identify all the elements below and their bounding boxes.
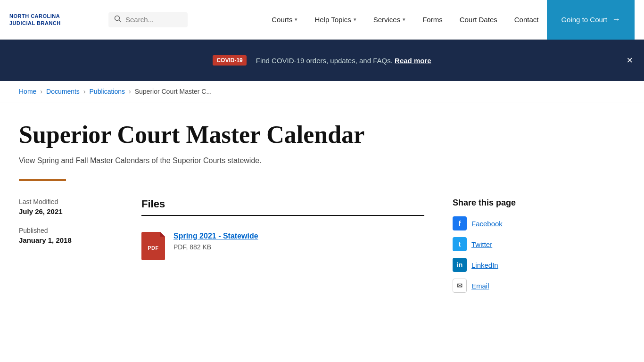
files-heading: Files bbox=[141, 198, 424, 216]
share-facebook[interactable]: f Facebook bbox=[453, 216, 547, 230]
site-header: NORTH CAROLINA JUDICIAL BRANCH Courts ▾ … bbox=[0, 0, 644, 40]
nav-court-dates[interactable]: Court Dates bbox=[451, 0, 506, 40]
going-to-court-button[interactable]: Going to Court → bbox=[547, 0, 635, 40]
last-modified-label: Last Modified bbox=[19, 198, 113, 206]
last-modified-value: July 26, 2021 bbox=[19, 207, 113, 215]
twitter-icon: t bbox=[453, 237, 467, 251]
facebook-icon-char: f bbox=[459, 220, 461, 227]
page-subtitle: View Spring and Fall Master Calendars of… bbox=[19, 156, 547, 165]
breadcrumb-home[interactable]: Home bbox=[19, 88, 36, 95]
search-icon bbox=[114, 15, 122, 25]
linkedin-icon: in bbox=[453, 258, 467, 272]
svg-line-1 bbox=[119, 20, 121, 22]
linkedin-label: LinkedIn bbox=[471, 261, 498, 269]
breadcrumb-sep-2: › bbox=[83, 88, 86, 95]
facebook-icon: f bbox=[453, 216, 467, 230]
linkedin-icon-char: in bbox=[457, 261, 462, 269]
logo-text: NORTH CAROLINA JUDICIAL BRANCH bbox=[9, 13, 61, 26]
nav-services[interactable]: Services ▾ bbox=[365, 0, 414, 40]
pdf-icon-text: PDF bbox=[148, 245, 159, 251]
breadcrumb-sep-1: › bbox=[40, 88, 42, 95]
nav-contact[interactable]: Contact bbox=[506, 0, 547, 40]
email-icon: ✉ bbox=[453, 279, 467, 293]
decorative-divider bbox=[19, 179, 66, 181]
file-link[interactable]: Spring 2021 - Statewide bbox=[173, 232, 258, 240]
main-content: Superior Court Master Calendar View Spri… bbox=[0, 102, 566, 328]
share-linkedin[interactable]: in LinkedIn bbox=[453, 258, 547, 272]
breadcrumb-current: Superior Court Master C... bbox=[135, 88, 212, 95]
content-area: Last Modified July 26, 2021 Published Ja… bbox=[19, 198, 547, 299]
breadcrumb: Home › Documents › Publications › Superi… bbox=[0, 81, 644, 102]
file-info: Spring 2021 - Statewide PDF, 882 KB bbox=[173, 232, 258, 251]
share-twitter[interactable]: t Twitter bbox=[453, 237, 547, 251]
twitter-icon-char: t bbox=[459, 240, 461, 248]
page-title: Superior Court Master Calendar bbox=[19, 121, 547, 148]
file-meta: PDF, 882 KB bbox=[173, 243, 258, 251]
breadcrumb-publications[interactable]: Publications bbox=[90, 88, 125, 95]
breadcrumb-sep-3: › bbox=[129, 88, 131, 95]
covid-badge: COVID-19 bbox=[213, 55, 246, 66]
share-email[interactable]: ✉ Email bbox=[453, 279, 547, 293]
cta-label: Going to Court bbox=[561, 16, 607, 24]
email-label: Email bbox=[471, 282, 489, 290]
breadcrumb-documents[interactable]: Documents bbox=[46, 88, 80, 95]
cta-arrow: → bbox=[612, 15, 620, 25]
twitter-label: Twitter bbox=[471, 240, 492, 248]
email-icon-char: ✉ bbox=[457, 282, 462, 289]
covid-text: Find COVID-19 orders, updates, and FAQs.… bbox=[256, 57, 431, 65]
share-title: Share this page bbox=[453, 198, 547, 208]
logo[interactable]: NORTH CAROLINA JUDICIAL BRANCH bbox=[9, 13, 104, 26]
published-value: January 1, 2018 bbox=[19, 236, 113, 244]
facebook-label: Facebook bbox=[471, 220, 503, 228]
services-chevron: ▾ bbox=[403, 16, 405, 23]
covid-read-more-link[interactable]: Read more bbox=[395, 57, 431, 65]
file-item: PDF Spring 2021 - Statewide PDF, 882 KB bbox=[141, 227, 424, 265]
nav-courts[interactable]: Courts ▾ bbox=[263, 0, 306, 40]
main-nav: Courts ▾ Help Topics ▾ Services ▾ Forms … bbox=[263, 0, 547, 40]
close-banner-button[interactable]: × bbox=[627, 55, 633, 66]
nav-help-topics[interactable]: Help Topics ▾ bbox=[306, 0, 364, 40]
covid-banner: COVID-19 Find COVID-19 orders, updates, … bbox=[0, 40, 644, 81]
meta-sidebar: Last Modified July 26, 2021 Published Ja… bbox=[19, 198, 113, 299]
share-section: Share this page f Facebook t Twitter in … bbox=[453, 198, 547, 299]
courts-chevron: ▾ bbox=[295, 16, 297, 23]
help-topics-chevron: ▾ bbox=[354, 16, 356, 23]
search-area[interactable] bbox=[108, 12, 188, 27]
published-label: Published bbox=[19, 227, 113, 234]
search-input[interactable] bbox=[125, 16, 182, 24]
pdf-icon: PDF bbox=[141, 232, 165, 260]
nav-forms[interactable]: Forms bbox=[414, 0, 451, 40]
files-section: Files PDF Spring 2021 - Statewide PDF, 8… bbox=[141, 198, 424, 299]
